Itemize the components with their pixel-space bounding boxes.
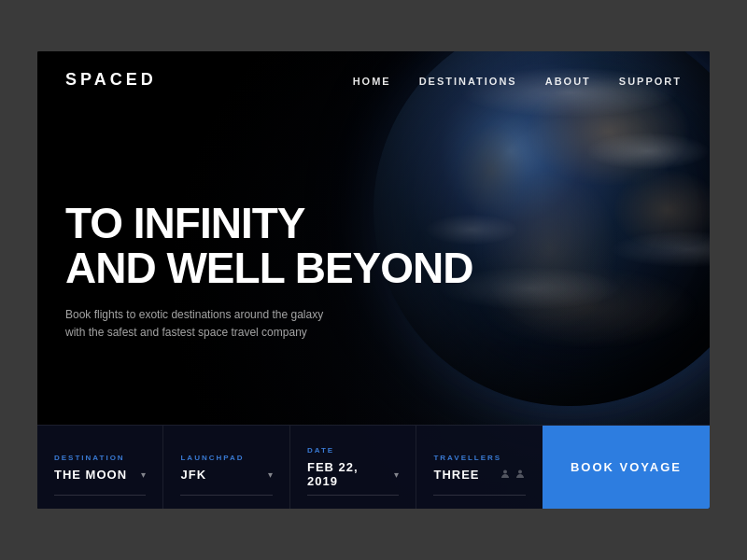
date-underline xyxy=(307,495,399,496)
launchpad-label: LAUNCHPAD xyxy=(180,454,272,462)
launchpad-arrow-icon: ▾ xyxy=(268,469,273,480)
destination-value: THE MOON xyxy=(54,468,127,482)
nav-item-about[interactable]: ABOUT xyxy=(545,72,591,89)
person-icon-2 xyxy=(514,469,526,480)
page-content: SPACED HOME DESTINATIONS ABOUT SUPPORT T… xyxy=(37,51,710,509)
booking-bar: DESTINATION THE MOON ▾ LAUNCHPAD JFK ▾ xyxy=(37,425,710,509)
brand-logo: SPACED xyxy=(65,70,157,90)
nav-link-home[interactable]: HOME xyxy=(353,76,391,87)
travellers-value: THREE xyxy=(433,468,479,482)
date-arrow-icon: ▾ xyxy=(394,469,399,480)
destination-label: DESTINATION xyxy=(54,454,146,462)
date-value-row: FEB 22, 2019 ▾ xyxy=(307,460,399,488)
destination-value-row: THE MOON ▾ xyxy=(54,468,146,482)
hero-title-line2: AND WELL BEYOND xyxy=(65,244,473,292)
launchpad-field[interactable]: LAUNCHPAD JFK ▾ xyxy=(163,426,289,509)
nav-item-support[interactable]: SUPPORT xyxy=(619,72,682,89)
travellers-underline xyxy=(433,495,525,496)
launchpad-value: JFK xyxy=(180,468,206,482)
nav-links: HOME DESTINATIONS ABOUT SUPPORT xyxy=(353,72,682,89)
travellers-icons xyxy=(500,469,526,480)
nav-link-support[interactable]: SUPPORT xyxy=(619,76,682,87)
date-value: FEB 22, 2019 xyxy=(307,460,387,488)
date-label: DATE xyxy=(307,446,399,455)
hero-title-line1: TO INFINITY xyxy=(65,199,305,247)
destination-field[interactable]: DESTINATION THE MOON ▾ xyxy=(37,426,163,509)
nav-item-home[interactable]: HOME xyxy=(353,72,391,89)
nav-link-destinations[interactable]: DESTINATIONS xyxy=(419,76,517,87)
navigation: SPACED HOME DESTINATIONS ABOUT SUPPORT xyxy=(37,51,710,108)
destination-arrow-icon: ▾ xyxy=(141,469,146,480)
hero-title: TO INFINITY AND WELL BEYOND xyxy=(65,201,682,291)
travellers-value-row: THREE xyxy=(433,468,525,482)
launchpad-value-row: JFK ▾ xyxy=(180,468,272,482)
travellers-field[interactable]: TRAVELLERS THREE xyxy=(416,426,542,509)
svg-point-0 xyxy=(503,470,507,474)
destination-underline xyxy=(54,495,146,496)
hero-subtitle: Book flights to exotic destinations arou… xyxy=(65,306,345,342)
nav-link-about[interactable]: ABOUT xyxy=(545,76,591,87)
person-icon-1 xyxy=(500,469,511,480)
launchpad-underline xyxy=(180,495,272,496)
book-voyage-button[interactable]: BOOK VOYAGE xyxy=(543,426,710,509)
booking-fields: DESTINATION THE MOON ▾ LAUNCHPAD JFK ▾ xyxy=(37,426,543,509)
date-field[interactable]: DATE FEB 22, 2019 ▾ xyxy=(290,426,416,509)
travellers-label: TRAVELLERS xyxy=(433,454,525,462)
svg-point-1 xyxy=(518,470,522,474)
browser-window: SPACED HOME DESTINATIONS ABOUT SUPPORT T… xyxy=(37,51,710,509)
hero-section: TO INFINITY AND WELL BEYOND Book flights… xyxy=(37,108,710,406)
nav-item-destinations[interactable]: DESTINATIONS xyxy=(419,72,517,89)
